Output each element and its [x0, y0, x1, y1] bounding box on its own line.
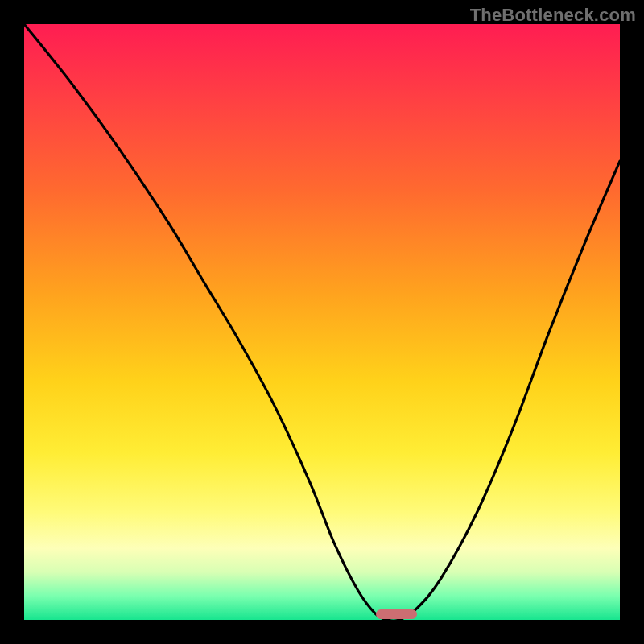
bottleneck-curve: [24, 24, 620, 620]
plot-area: [24, 24, 620, 620]
watermark-text: TheBottleneck.com: [470, 5, 636, 26]
optimal-range-marker: [376, 609, 418, 619]
curve-path: [24, 24, 620, 620]
chart-frame: TheBottleneck.com: [0, 0, 644, 644]
